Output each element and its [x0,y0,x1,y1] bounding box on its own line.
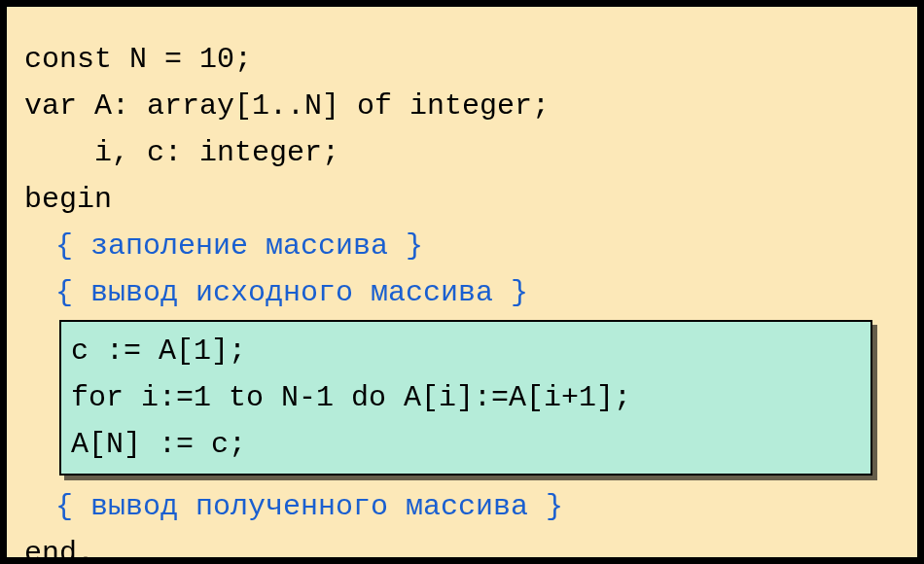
code-comment-fill-array: { заполение массива } [24,223,900,269]
code-line-const: const N = 10; [24,36,900,83]
code-line-assign-c: c := A[1]; [71,328,861,374]
highlighted-code-block: c := A[1]; for i:=1 to N-1 do A[i]:=A[i+… [59,320,872,476]
code-line-end: end. [24,530,900,564]
code-line-begin: begin [24,176,900,223]
code-line-assign-an: A[N] := c; [71,421,861,468]
code-slide-frame: const N = 10; var A: array[1..N] of inte… [4,4,920,560]
code-comment-output-source: { вывод исходного массива } [24,269,900,316]
code-line-var-array: var A: array[1..N] of integer; [24,83,900,129]
code-line-var-int: i, c: integer; [24,129,900,176]
code-line-for-loop: for i:=1 to N-1 do A[i]:=A[i+1]; [71,374,861,421]
code-comment-output-result: { вывод полученного массива } [24,483,900,530]
